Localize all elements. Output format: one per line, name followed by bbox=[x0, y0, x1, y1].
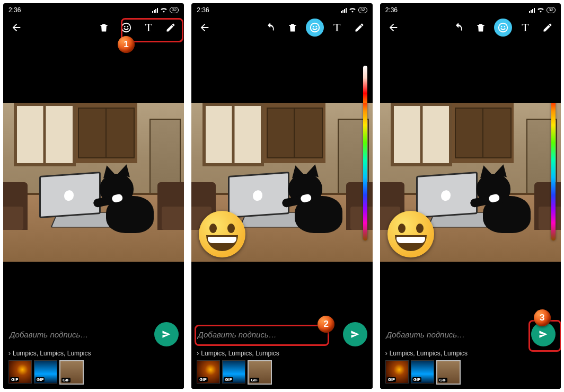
send-button[interactable] bbox=[154, 322, 179, 346]
back-button[interactable] bbox=[384, 19, 402, 37]
editor-content: Добавить подпись… › Lumpics, Lumpics, Lu… bbox=[380, 39, 561, 389]
text-button[interactable]: T bbox=[328, 19, 346, 37]
media-preview[interactable] bbox=[3, 103, 184, 262]
cat-graphic bbox=[101, 171, 164, 233]
svg-point-8 bbox=[504, 26, 505, 28]
status-time: 2:36 bbox=[8, 6, 21, 14]
delete-button[interactable] bbox=[472, 19, 490, 37]
recipients-text: Lumpics, Lumpics, Lumpics bbox=[390, 350, 468, 357]
status-bar: 2:36 32 bbox=[3, 3, 184, 16]
emoji-sticker[interactable] bbox=[199, 211, 245, 257]
status-bar: 2:36 32 bbox=[191, 3, 372, 16]
status-indicators: 32 bbox=[152, 7, 179, 14]
svg-point-1 bbox=[124, 26, 126, 28]
chevron-right-icon: › bbox=[197, 350, 199, 357]
recipients-row[interactable]: › Lumpics, Lumpics, Lumpics bbox=[385, 350, 556, 357]
cell-signal-icon bbox=[529, 7, 535, 13]
recipients-text: Lumpics, Lumpics, Lumpics bbox=[13, 350, 91, 357]
recipients-row[interactable]: › Lumpics, Lumpics, Lumpics bbox=[197, 350, 367, 357]
send-button[interactable] bbox=[531, 322, 556, 346]
delete-button[interactable] bbox=[95, 19, 113, 37]
back-button[interactable] bbox=[7, 19, 25, 37]
recipients-row[interactable]: › Lumpics, Lumpics, Lumpics bbox=[8, 350, 179, 357]
thumb-3-selected[interactable]: GIF bbox=[436, 360, 461, 385]
editor-toolbar: T bbox=[380, 16, 561, 39]
thumb-1[interactable]: GIF bbox=[8, 360, 32, 384]
status-indicators: 32 bbox=[341, 7, 367, 14]
battery-indicator: 32 bbox=[358, 7, 367, 13]
caption-input[interactable]: Добавить подпись… bbox=[197, 327, 337, 342]
svg-point-3 bbox=[310, 23, 319, 32]
attachment-thumbs: GIF GIF GIF bbox=[197, 360, 367, 385]
color-slider[interactable] bbox=[363, 103, 367, 240]
screenshot-1: 2:36 32 bbox=[3, 3, 184, 389]
editor-content: Добавить подпись… › Lumpics, Lumpics, Lu… bbox=[191, 39, 372, 389]
delete-button[interactable] bbox=[284, 19, 302, 37]
media-preview[interactable] bbox=[380, 103, 561, 262]
chevron-right-icon: › bbox=[8, 350, 11, 357]
status-time: 2:36 bbox=[197, 6, 209, 14]
thumb-1[interactable]: GIF bbox=[385, 360, 409, 384]
svg-point-0 bbox=[122, 23, 131, 32]
wifi-icon bbox=[160, 7, 168, 14]
cell-signal-icon bbox=[152, 7, 158, 13]
caption-input[interactable]: Добавить подпись… bbox=[8, 327, 149, 342]
chevron-right-icon: › bbox=[385, 350, 387, 357]
send-button[interactable] bbox=[343, 322, 367, 346]
wifi-icon bbox=[537, 7, 544, 14]
editor-content: Добавить подпись… › Lumpics, Lumpics, Lu… bbox=[3, 39, 184, 389]
emoji-button-active[interactable] bbox=[494, 19, 512, 37]
thumb-2[interactable]: GIF bbox=[34, 360, 57, 384]
attachment-thumbs: GIF GIF GIF bbox=[8, 360, 179, 385]
thumb-2[interactable]: GIF bbox=[411, 360, 434, 384]
tutorial-triptych: 2:36 32 bbox=[0, 0, 564, 392]
thumb-2[interactable]: GIF bbox=[222, 360, 245, 384]
recipients-text: Lumpics, Lumpics, Lumpics bbox=[201, 350, 279, 357]
emoji-sticker[interactable] bbox=[387, 211, 434, 257]
thumb-3-selected[interactable]: GIF bbox=[248, 360, 272, 385]
emoji-button[interactable] bbox=[117, 19, 135, 37]
status-indicators: 32 bbox=[529, 7, 556, 14]
color-slider[interactable] bbox=[551, 103, 556, 240]
draw-button[interactable] bbox=[162, 19, 180, 37]
attachment-thumbs: GIF GIF GIF bbox=[385, 360, 556, 385]
wifi-icon bbox=[349, 7, 356, 14]
svg-point-7 bbox=[501, 26, 503, 28]
thumb-1[interactable]: GIF bbox=[197, 360, 220, 384]
undo-button[interactable] bbox=[261, 19, 279, 37]
status-bar: 2:36 32 bbox=[380, 3, 561, 16]
status-time: 2:36 bbox=[385, 6, 398, 14]
thumb-3-selected[interactable]: GIF bbox=[59, 360, 84, 385]
svg-point-6 bbox=[499, 23, 508, 32]
text-button[interactable]: T bbox=[516, 19, 534, 37]
svg-point-2 bbox=[127, 26, 129, 28]
cell-signal-icon bbox=[341, 7, 347, 13]
screenshot-2: 2:36 32 bbox=[191, 3, 372, 389]
emoji-button-active[interactable] bbox=[306, 19, 324, 37]
undo-button[interactable] bbox=[450, 19, 468, 37]
editor-toolbar: T bbox=[3, 16, 184, 39]
draw-button[interactable] bbox=[539, 19, 557, 37]
cat-graphic bbox=[289, 171, 353, 233]
media-preview[interactable] bbox=[191, 103, 372, 262]
back-button[interactable] bbox=[196, 19, 214, 37]
caption-input[interactable]: Добавить подпись… bbox=[385, 327, 526, 342]
battery-indicator: 32 bbox=[170, 7, 179, 13]
editor-toolbar: T bbox=[191, 16, 372, 39]
cat-graphic bbox=[478, 171, 541, 233]
svg-point-5 bbox=[315, 26, 317, 28]
draw-button[interactable] bbox=[350, 19, 368, 37]
svg-point-4 bbox=[313, 26, 314, 28]
text-button[interactable]: T bbox=[139, 19, 157, 37]
screenshot-3: 2:36 32 bbox=[380, 3, 561, 389]
battery-indicator: 32 bbox=[547, 7, 556, 13]
